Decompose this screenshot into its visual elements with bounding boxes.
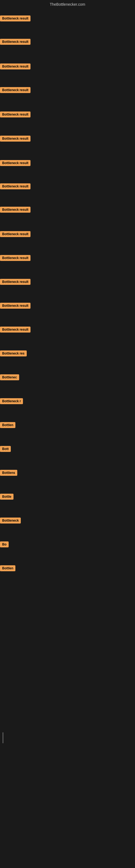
bottleneck-badge: Bottleneck result xyxy=(0,255,31,261)
bottleneck-result-item[interactable]: Bottleneck res xyxy=(0,350,27,356)
bottleneck-badge: Bottlen xyxy=(0,422,15,428)
bottleneck-result-item[interactable]: Bottleneck result xyxy=(0,279,31,285)
bottleneck-badge: Bottleneck result xyxy=(0,279,31,285)
bottleneck-badge: Bottleneck result xyxy=(0,160,31,166)
bottleneck-result-item[interactable]: Bottleneck result xyxy=(0,183,31,189)
bottleneck-result-item[interactable]: Bottle xyxy=(0,494,13,500)
bottleneck-badge: Bottleneck result xyxy=(0,303,31,309)
bottleneck-result-item[interactable]: Bottleneck result xyxy=(0,63,31,69)
bottleneck-badge: Bott xyxy=(0,446,11,452)
bottleneck-result-item[interactable]: Bottleneck result xyxy=(0,160,31,166)
bottleneck-badge: Bottlens xyxy=(0,470,17,476)
bottleneck-result-item[interactable]: Bottlen xyxy=(0,422,15,428)
bottleneck-result-item[interactable]: Bottleneck result xyxy=(0,112,31,118)
bottleneck-result-item[interactable]: Bottleneck result xyxy=(0,255,31,261)
bottleneck-badge: Bottleneck result xyxy=(0,112,31,118)
bottleneck-badge: Bottleneck result xyxy=(0,327,31,333)
bottleneck-result-item[interactable]: Bottleneck result xyxy=(0,303,31,309)
cursor-indicator xyxy=(3,733,3,743)
bottleneck-badge: Bottlen xyxy=(0,565,15,571)
bottleneck-badge: Bottleneck result xyxy=(0,39,31,45)
bottleneck-badge: Bottleneck result xyxy=(0,135,31,142)
bottleneck-badge: Bottleneck result xyxy=(0,231,31,237)
bottleneck-badge: Bottlenec xyxy=(0,374,19,380)
bottleneck-result-item[interactable]: Bottleneck result xyxy=(0,135,31,142)
bottleneck-badge: Bottleneck result xyxy=(0,63,31,69)
bottleneck-result-item[interactable]: Bottleneck result xyxy=(0,327,31,333)
bottleneck-result-item[interactable]: Bo xyxy=(0,541,9,547)
bottleneck-result-item[interactable]: Bottlens xyxy=(0,470,17,476)
bottleneck-badge: Bottleneck res xyxy=(0,350,27,356)
bottleneck-badge: Bottle xyxy=(0,494,13,500)
bottleneck-badge: Bottleneck result xyxy=(0,16,31,22)
bottleneck-result-item[interactable]: Bott xyxy=(0,446,11,452)
bottleneck-badge: Bottleneck r xyxy=(0,398,23,404)
bottleneck-badge: Bo xyxy=(0,541,9,547)
bottleneck-result-item[interactable]: Bottleneck result xyxy=(0,207,31,213)
site-title: TheBottlenecker.com xyxy=(0,0,135,8)
bottleneck-badge: Bottleneck xyxy=(0,518,21,524)
bottleneck-result-item[interactable]: Bottleneck result xyxy=(0,16,31,22)
bottleneck-result-item[interactable]: Bottleneck result xyxy=(0,87,31,93)
bottleneck-badge: Bottleneck result xyxy=(0,87,31,93)
bottleneck-result-item[interactable]: Bottleneck xyxy=(0,518,21,524)
bottleneck-result-item[interactable]: Bottleneck r xyxy=(0,398,23,404)
bottleneck-result-item[interactable]: Bottlenec xyxy=(0,374,19,380)
bottleneck-result-item[interactable]: Bottleneck result xyxy=(0,231,31,237)
bottleneck-badge: Bottleneck result xyxy=(0,183,31,189)
bottleneck-badge: Bottleneck result xyxy=(0,207,31,213)
bottleneck-result-item[interactable]: Bottleneck result xyxy=(0,39,31,45)
bottleneck-result-item[interactable]: Bottlen xyxy=(0,565,15,571)
